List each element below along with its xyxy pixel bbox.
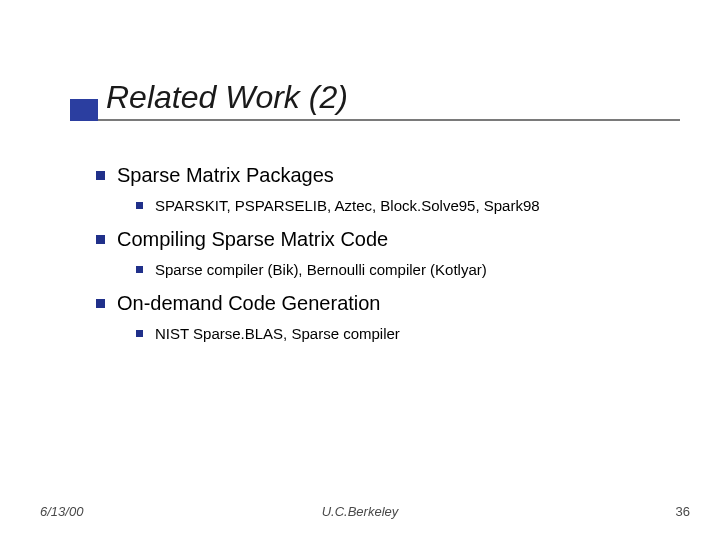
bullet-text: Sparse Matrix Packages bbox=[117, 164, 680, 187]
square-bullet-icon bbox=[96, 171, 105, 180]
square-bullet-icon bbox=[136, 266, 143, 273]
bullet-level2: Sparse compiler (Bik), Bernoulli compile… bbox=[136, 261, 680, 278]
bullet-level1: On-demand Code Generation bbox=[96, 292, 680, 315]
slide-body: Sparse Matrix Packages SPARSKIT, PSPARSE… bbox=[96, 150, 680, 342]
slide: Related Work (2) Sparse Matrix Packages … bbox=[0, 0, 720, 540]
bullet-text: NIST Sparse.BLAS, Sparse compiler bbox=[155, 325, 680, 342]
bullet-level1: Compiling Sparse Matrix Code bbox=[96, 228, 680, 251]
bullet-level2: NIST Sparse.BLAS, Sparse compiler bbox=[136, 325, 680, 342]
bullet-text: Compiling Sparse Matrix Code bbox=[117, 228, 680, 251]
bullet-text: Sparse compiler (Bik), Bernoulli compile… bbox=[155, 261, 680, 278]
square-bullet-icon bbox=[96, 235, 105, 244]
footer-page-number: 36 bbox=[676, 504, 690, 519]
square-bullet-icon bbox=[136, 330, 143, 337]
slide-title: Related Work (2) bbox=[106, 80, 680, 115]
square-bullet-icon bbox=[96, 299, 105, 308]
square-bullet-icon bbox=[136, 202, 143, 209]
title-underline: Related Work (2) bbox=[70, 80, 680, 121]
title-area: Related Work (2) bbox=[70, 80, 680, 121]
bullet-text: SPARSKIT, PSPARSELIB, Aztec, Block.Solve… bbox=[155, 197, 680, 214]
bullet-level2: SPARSKIT, PSPARSELIB, Aztec, Block.Solve… bbox=[136, 197, 680, 214]
footer-org: U.C.Berkeley bbox=[0, 504, 720, 519]
footer: 6/13/00 U.C.Berkeley 36 bbox=[0, 504, 720, 524]
bullet-level1: Sparse Matrix Packages bbox=[96, 164, 680, 187]
title-accent-box bbox=[70, 99, 98, 121]
bullet-text: On-demand Code Generation bbox=[117, 292, 680, 315]
